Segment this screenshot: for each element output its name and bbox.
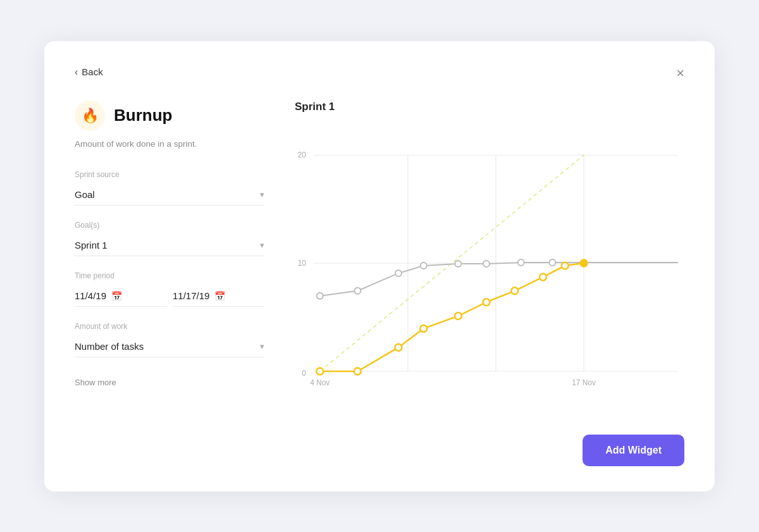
amount-of-work-chevron-icon: ▾ — [260, 342, 264, 351]
svg-point-10 — [317, 292, 323, 299]
svg-point-18 — [316, 368, 323, 374]
svg-point-20 — [395, 343, 402, 350]
svg-point-25 — [540, 273, 546, 280]
widget-title-row: 🔥 Burnup — [75, 101, 264, 131]
goals-chevron-icon: ▾ — [260, 240, 264, 250]
svg-point-26 — [562, 262, 569, 269]
amount-of-work-select[interactable]: Number of tasks ▾ — [75, 336, 264, 357]
fire-icon: 🔥 — [82, 108, 99, 124]
sprint-source-value: Goal — [75, 189, 95, 200]
svg-text:17 Nov: 17 Nov — [572, 378, 596, 387]
widget-icon: 🔥 — [75, 101, 105, 131]
goals-value: Sprint 1 — [75, 240, 108, 251]
back-chevron-icon: ‹ — [75, 66, 78, 78]
svg-point-16 — [518, 259, 524, 266]
goals-group: Goal(s) Sprint 1 ▾ — [75, 221, 264, 256]
svg-point-21 — [420, 325, 427, 331]
svg-text:20: 20 — [298, 151, 307, 159]
sprint-source-label: Sprint source — [75, 170, 264, 179]
time-period-label: Time period — [75, 271, 264, 280]
date-start-value: 11/4/19 — [75, 290, 106, 301]
date-range-row: 11/4/19 📅 11/17/19 📅 — [75, 285, 264, 307]
modal: ‹ Back × 🔥 Burnup Amount of work done in… — [44, 41, 715, 492]
svg-point-19 — [354, 368, 361, 374]
close-icon: × — [676, 65, 684, 81]
svg-point-22 — [455, 312, 462, 319]
amount-of-work-group: Amount of work Number of tasks ▾ — [75, 322, 264, 357]
svg-point-23 — [483, 299, 490, 306]
sprint-source-select[interactable]: Goal ▾ — [75, 184, 264, 206]
sprint-source-chevron-icon: ▾ — [260, 190, 264, 199]
svg-text:4 Nov: 4 Nov — [310, 378, 330, 387]
sprint-source-group: Sprint source Goal ▾ — [75, 170, 264, 206]
svg-point-14 — [455, 261, 461, 267]
svg-point-12 — [395, 269, 402, 276]
modal-header: ‹ Back × — [75, 66, 684, 80]
svg-text:0: 0 — [302, 368, 306, 377]
amount-of-work-value: Number of tasks — [75, 341, 144, 352]
back-button[interactable]: ‹ Back — [75, 66, 103, 78]
back-label: Back — [82, 66, 102, 77]
svg-point-27 — [581, 259, 588, 266]
burnup-chart: 20 10 0 — [295, 123, 684, 414]
svg-point-13 — [421, 263, 427, 269]
right-panel: Sprint 1 20 10 0 — [295, 101, 684, 414]
bottom-row: Add Widget — [75, 435, 684, 466]
calendar-end-icon: 📅 — [214, 291, 225, 301]
left-panel: 🔥 Burnup Amount of work done in a sprint… — [75, 101, 264, 414]
date-start-field[interactable]: 11/4/19 📅 — [75, 285, 166, 307]
svg-point-11 — [354, 287, 361, 294]
goals-select[interactable]: Sprint 1 ▾ — [75, 235, 264, 256]
svg-text:10: 10 — [298, 259, 307, 268]
widget-description: Amount of work done in a sprint. — [75, 139, 264, 151]
date-end-value: 11/17/19 — [173, 290, 209, 301]
goals-label: Goal(s) — [75, 221, 264, 230]
chart-container: 20 10 0 — [295, 123, 684, 414]
close-button[interactable]: × — [676, 66, 684, 80]
svg-point-15 — [483, 261, 490, 267]
amount-of-work-label: Amount of work — [75, 322, 264, 331]
show-more-button[interactable]: Show more — [75, 378, 116, 387]
main-content: 🔥 Burnup Amount of work done in a sprint… — [75, 101, 684, 414]
svg-point-24 — [511, 287, 518, 294]
time-period-group: Time period 11/4/19 📅 11/17/19 📅 — [75, 271, 264, 307]
date-end-field[interactable]: 11/17/19 📅 — [173, 285, 264, 307]
calendar-start-icon: 📅 — [111, 291, 122, 301]
chart-title: Sprint 1 — [295, 101, 684, 113]
svg-point-17 — [549, 259, 555, 266]
add-widget-button[interactable]: Add Widget — [583, 435, 684, 466]
widget-title: Burnup — [114, 106, 172, 125]
